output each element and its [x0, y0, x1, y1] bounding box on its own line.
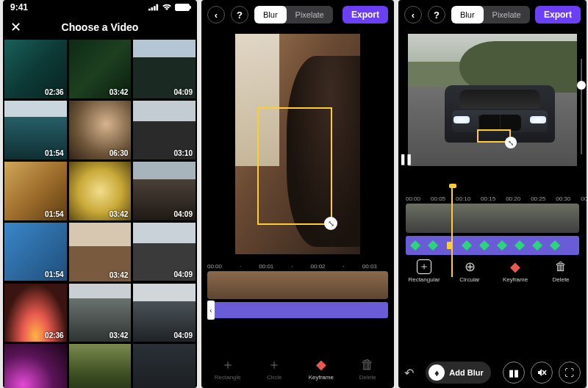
svg-rect-0: [148, 9, 151, 11]
video-track[interactable]: [406, 204, 579, 233]
video-thumb[interactable]: [4, 344, 67, 388]
video-thumb[interactable]: 03:42: [69, 40, 132, 98]
playhead[interactable]: [451, 188, 453, 277]
timeline[interactable]: 00:0000:0500:10 00:1500:2000:25 00:3000:…: [398, 191, 587, 255]
tool-bar: ＋ Rectangular ⊕ Circular ◆ Keyframe 🗑 De…: [398, 255, 587, 284]
tool-delete[interactable]: 🗑 Delete: [542, 259, 580, 283]
plus-circle-icon: ⊕: [462, 259, 477, 274]
video-thumb[interactable]: 01:54: [4, 101, 67, 159]
video-thumb[interactable]: 03:10: [133, 101, 196, 159]
status-time: 9:41: [10, 2, 28, 12]
trash-icon: 🗑: [360, 357, 375, 372]
trash-icon: 🗑: [553, 259, 568, 274]
media-controls: ▮▮ ⛶: [503, 362, 581, 384]
slider-knob[interactable]: [577, 81, 586, 90]
droplet-icon: ♦: [429, 364, 445, 381]
pause-icon[interactable]: ▌▌: [401, 154, 414, 165]
blur-track[interactable]: ‹: [207, 302, 388, 318]
tool-rectangle[interactable]: ＋ Rectangle: [207, 357, 249, 381]
video-thumb[interactable]: 04:09: [133, 162, 196, 220]
blur-selection[interactable]: ⤡: [257, 107, 332, 225]
video-thumb[interactable]: 03:42: [69, 223, 132, 281]
video-thumb[interactable]: 01:54: [4, 162, 67, 220]
svg-rect-2: [154, 6, 156, 10]
keyframe-marker[interactable]: [428, 240, 438, 251]
undo-icon[interactable]: ↶: [404, 366, 414, 380]
close-icon[interactable]: ✕: [10, 21, 21, 34]
video-track[interactable]: [207, 271, 388, 299]
svg-rect-3: [157, 4, 159, 11]
video-thumb[interactable]: 01:54: [4, 223, 67, 281]
video-preview[interactable]: ⤡: [408, 34, 577, 166]
segment-pixelate[interactable]: Pixelate: [484, 6, 530, 24]
page-title: Choose a Video: [62, 21, 139, 33]
keyframe-marker[interactable]: [462, 240, 472, 251]
segment-blur[interactable]: Blur: [254, 6, 287, 24]
export-button[interactable]: Export: [535, 6, 581, 24]
tool-circle[interactable]: ＋ Circle: [253, 357, 295, 381]
tool-bar: ＋ Rectangle ＋ Circle ◆ Keyframe 🗑 Delete: [201, 353, 394, 385]
bottom-bar: ↶ ♦ Add Blur ▮▮ ⛶: [398, 362, 587, 384]
video-thumb[interactable]: 04:09: [133, 284, 196, 342]
segment-pixelate[interactable]: Pixelate: [287, 6, 333, 24]
video-thumb[interactable]: 02:36: [4, 40, 67, 98]
plus-square-icon: ＋: [417, 259, 431, 274]
video-thumb[interactable]: 03:42: [69, 162, 132, 220]
editor-topbar: ‹ ? Blur Pixelate Export: [398, 0, 587, 29]
export-button[interactable]: Export: [343, 6, 388, 24]
help-icon[interactable]: ?: [428, 6, 445, 24]
keyframe-marker[interactable]: [497, 240, 507, 251]
speaker-off-icon: [537, 367, 547, 378]
back-icon[interactable]: ‹: [404, 6, 422, 24]
plus-icon: ＋: [220, 357, 235, 372]
effect-segment[interactable]: Blur Pixelate: [254, 6, 333, 24]
tool-delete[interactable]: 🗑 Delete: [346, 357, 389, 381]
tool-rectangular[interactable]: ＋ Rectangular: [405, 259, 443, 283]
video-gallery[interactable]: 02:36 03:42 04:09 01:54 06:30 03:10 01:5…: [3, 40, 197, 388]
segment-blur[interactable]: Blur: [451, 6, 484, 24]
video-thumb[interactable]: 06:30: [69, 101, 132, 159]
tool-circular[interactable]: ⊕ Circular: [451, 259, 489, 283]
keyframe-marker[interactable]: [550, 240, 560, 251]
phone-gallery: 9:41 ✕ Choose a Video 02:36 03:42 04:09 …: [3, 0, 197, 388]
tool-keyframe[interactable]: ◆ Keyframe: [496, 259, 534, 283]
video-thumb[interactable]: [69, 344, 132, 388]
resize-handle-icon[interactable]: ⤡: [505, 137, 517, 148]
fullscreen-button[interactable]: ⛶: [559, 362, 581, 384]
video-thumb[interactable]: 03:42: [69, 284, 132, 342]
add-blur-button[interactable]: ♦ Add Blur: [426, 362, 490, 384]
timeline[interactable]: 00:00· 00:01· 00:02· 00:03 ‹: [201, 260, 394, 318]
clip-trim-handle[interactable]: ‹: [207, 301, 215, 320]
help-icon[interactable]: ?: [231, 6, 248, 24]
video-preview[interactable]: ⤡: [235, 34, 360, 254]
mute-button[interactable]: [531, 362, 553, 384]
effect-segment[interactable]: Blur Pixelate: [451, 6, 530, 24]
blur-selection[interactable]: ⤡: [477, 129, 511, 143]
keyframe-track[interactable]: [406, 236, 579, 255]
keyframe-marker[interactable]: [479, 240, 490, 251]
intensity-slider[interactable]: [581, 59, 582, 154]
keyframe-marker[interactable]: [532, 240, 542, 251]
keyframe-marker[interactable]: [514, 240, 525, 251]
status-icons: [148, 4, 190, 11]
back-icon[interactable]: ‹: [207, 6, 225, 24]
phone-editor-car: ‹ ? Blur Pixelate Export ⤡ ▌▌ 00:0000:05…: [398, 0, 587, 388]
wifi-icon: [162, 4, 172, 11]
video-thumb[interactable]: 04:09: [133, 223, 196, 281]
pause-button[interactable]: ▮▮: [503, 362, 525, 384]
keyframe-icon: ◆: [508, 259, 523, 274]
tool-keyframe[interactable]: ◆ Keyframe: [300, 357, 343, 381]
editor-topbar: ‹ ? Blur Pixelate Export: [201, 0, 394, 29]
signal-icon: [148, 4, 159, 11]
resize-handle-icon[interactable]: ⤡: [324, 217, 337, 230]
status-bar: 9:41: [3, 0, 197, 15]
keyframe-icon: ◆: [314, 357, 329, 372]
phone-editor-portrait: ‹ ? Blur Pixelate Export ⤡ 00:00· 00:01·…: [201, 0, 394, 388]
plus-icon: ＋: [267, 357, 282, 372]
video-thumb[interactable]: 04:09: [133, 40, 196, 98]
video-thumb[interactable]: [133, 344, 196, 388]
keyframe-marker[interactable]: [410, 240, 420, 251]
timeline-ruler: 00:0000:0500:10 00:1500:2000:25 00:3000:…: [398, 191, 587, 204]
battery-icon: [175, 4, 190, 11]
video-thumb[interactable]: 02:36: [4, 284, 67, 342]
